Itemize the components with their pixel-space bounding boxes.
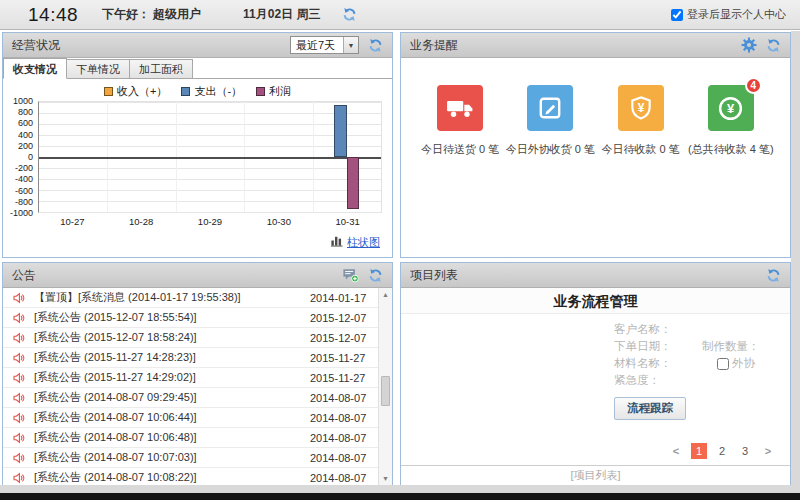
y-tick-label: -200 bbox=[15, 163, 33, 173]
date-range-value: 最近7天 bbox=[291, 38, 343, 53]
announcement-text: [系统公告 (2014-08-07 10:06:44)] bbox=[34, 410, 310, 425]
announcement-date: 2014-08-07 bbox=[310, 432, 374, 444]
scroll-up-icon[interactable]: ▲ bbox=[379, 291, 392, 298]
announcement-text: [系统公告 (2015-12-07 18:55:54)] bbox=[34, 310, 310, 325]
x-tick-label: 10-31 bbox=[335, 216, 359, 227]
speaker-icon bbox=[13, 352, 25, 364]
reminder-tile-3[interactable]: ¥今日待收款 0 笔 bbox=[596, 85, 686, 157]
announcement-row[interactable]: [系统公告 (2014-08-07 10:08:22)]2014-08-07 bbox=[3, 468, 378, 485]
pagination-page-2[interactable]: 2 bbox=[714, 443, 730, 459]
scrollbar[interactable]: ▲ ▼ bbox=[378, 288, 392, 485]
notification-badge: 4 bbox=[745, 77, 762, 94]
chart-zero-line bbox=[39, 157, 381, 159]
speaker-icon bbox=[13, 392, 25, 404]
bar-chart: 10008006004002000-200-400-600-800-1000 1… bbox=[7, 101, 384, 227]
personal-center-checkbox[interactable] bbox=[671, 9, 683, 21]
refresh-icon[interactable] bbox=[368, 38, 383, 53]
chart-gridline bbox=[39, 179, 381, 180]
current-user: 超级用户 bbox=[153, 6, 201, 23]
legend-label: 利润 bbox=[269, 84, 291, 99]
chart-type-link[interactable]: 柱状图 bbox=[347, 235, 380, 250]
y-tick-label: 0 bbox=[28, 152, 33, 162]
chart-gridline bbox=[39, 190, 381, 191]
x-tick-label: 10-30 bbox=[267, 216, 291, 227]
announcement-text: [系统公告 (2014-08-07 10:08:22)] bbox=[34, 470, 310, 485]
announcement-row[interactable]: [系统公告 (2015-12-07 18:58:24)]2015-12-07 bbox=[3, 328, 378, 348]
pagination-page-1[interactable]: 1 bbox=[691, 443, 707, 459]
yen-circle-icon: ¥4 bbox=[708, 85, 754, 131]
date-range-select[interactable]: 最近7天 ▼ bbox=[290, 36, 359, 54]
chart-legend: 收入（+）支出（-）利润 bbox=[3, 84, 392, 98]
add-message-icon[interactable] bbox=[342, 267, 359, 283]
svg-text:¥: ¥ bbox=[727, 101, 735, 116]
order-date-label: 下单日期： bbox=[614, 340, 672, 352]
chart-gridline bbox=[39, 113, 381, 114]
announcement-row[interactable]: [系统公告 (2014-08-07 10:07:03)]2014-08-07 bbox=[3, 448, 378, 468]
projects-panel: 项目列表 业务流程管理 客户名称： 下单日期： 制作数量： 材料名称： 外协 紧… bbox=[400, 262, 791, 486]
refresh-icon[interactable] bbox=[766, 268, 781, 283]
customer-name-label: 客户名称： bbox=[614, 323, 672, 335]
y-tick-label: -600 bbox=[15, 185, 33, 195]
quantity-label: 制作数量： bbox=[702, 338, 760, 355]
tab-3[interactable]: 加工面积 bbox=[129, 59, 193, 78]
speaker-icon bbox=[13, 472, 25, 484]
speaker-icon bbox=[13, 312, 25, 324]
x-tick-label: 10-27 bbox=[60, 216, 84, 227]
tab-2[interactable]: 下单情况 bbox=[66, 59, 130, 78]
chart-bar bbox=[347, 157, 359, 209]
y-tick-label: 600 bbox=[18, 118, 33, 128]
speaker-icon bbox=[13, 332, 25, 344]
announcement-row[interactable]: [系统公告 (2014-08-07 10:06:48)]2014-08-07 bbox=[3, 428, 378, 448]
y-tick-label: 1000 bbox=[13, 96, 33, 106]
date-label: 11月02日 周三 bbox=[243, 6, 320, 23]
announcement-row[interactable]: [系统公告 (2015-11-27 14:28:23)]2015-11-27 bbox=[3, 348, 378, 368]
chart-gridline bbox=[39, 212, 381, 213]
chart-gridline bbox=[39, 102, 381, 103]
business-status-header: 经营状况 最近7天 ▼ bbox=[3, 33, 392, 58]
scrollbar-thumb[interactable] bbox=[381, 376, 390, 406]
chart-bar bbox=[334, 105, 346, 157]
chevron-down-icon: ▼ bbox=[343, 37, 358, 53]
refresh-icon[interactable] bbox=[368, 268, 383, 283]
chart-xlabels: 10-2710-2810-2910-3010-31 bbox=[38, 214, 382, 227]
announcement-row[interactable]: 【置顶】[系统消息 (2014-01-17 19:55:38)]2014-01-… bbox=[3, 288, 378, 308]
outsource-checkbox[interactable] bbox=[717, 358, 729, 370]
reminder-tile-4[interactable]: ¥4(总共待收款 4 笔) bbox=[686, 85, 776, 157]
announcement-list: 【置顶】[系统消息 (2014-01-17 19:55:38)]2014-01-… bbox=[3, 288, 378, 485]
reminder-label: 今日待收款 0 笔 bbox=[602, 142, 680, 157]
panel-title: 业务提醒 bbox=[410, 37, 732, 54]
chart-gridline bbox=[39, 124, 381, 125]
reminder-label: 今日待送货 0 笔 bbox=[421, 142, 499, 157]
tab-1[interactable]: 收支情况 bbox=[3, 58, 67, 79]
announcement-date: 2015-11-27 bbox=[310, 352, 374, 364]
workflow-track-button[interactable]: 流程跟踪 bbox=[614, 397, 686, 420]
announcements-panel: 公告 【置顶】[系统消息 (2014-01-17 19:55:38)]2014-… bbox=[2, 262, 393, 486]
reminder-label: 今日外协收货 0 笔 bbox=[506, 142, 595, 157]
refresh-icon[interactable] bbox=[342, 7, 357, 22]
chart-gridline bbox=[39, 135, 381, 136]
panel-title: 项目列表 bbox=[410, 267, 757, 284]
pagination-next[interactable]: > bbox=[760, 443, 776, 459]
reminder-tile-1[interactable]: 今日待送货 0 笔 bbox=[415, 85, 505, 157]
personal-center-toggle[interactable]: 登录后显示个人中心 bbox=[671, 7, 786, 22]
speaker-icon bbox=[13, 292, 25, 304]
legend-swatch bbox=[104, 87, 113, 96]
reminder-tile-2[interactable]: 今日外协收货 0 笔 bbox=[505, 85, 595, 157]
scroll-down-icon[interactable]: ▼ bbox=[379, 475, 392, 482]
pagination-page-3[interactable]: 3 bbox=[737, 443, 753, 459]
refresh-icon[interactable] bbox=[766, 38, 781, 53]
announcement-text: [系统公告 (2015-11-27 14:29:02)] bbox=[34, 370, 310, 385]
announcement-row[interactable]: [系统公告 (2015-11-27 14:29:02)]2015-11-27 bbox=[3, 368, 378, 388]
gear-icon[interactable] bbox=[741, 37, 757, 53]
announcement-date: 2015-12-07 bbox=[310, 332, 374, 344]
edit-icon bbox=[527, 85, 573, 131]
reminder-tiles: 今日待送货 0 笔今日外协收货 0 笔¥今日待收款 0 笔¥4(总共待收款 4 … bbox=[401, 58, 790, 157]
announcement-row[interactable]: [系统公告 (2014-08-07 10:06:44)]2014-08-07 bbox=[3, 408, 378, 428]
outsource-checkbox-field[interactable]: 外协 bbox=[717, 355, 755, 372]
project-list-footer: [项目列表] bbox=[401, 465, 790, 485]
yen-shield-icon: ¥ bbox=[618, 85, 664, 131]
announcement-row[interactable]: [系统公告 (2015-12-07 18:55:54)]2015-12-07 bbox=[3, 308, 378, 328]
bottom-bar bbox=[0, 493, 800, 500]
pagination-prev[interactable]: < bbox=[668, 443, 684, 459]
announcement-row[interactable]: [系统公告 (2014-08-07 09:29:45)]2014-08-07 bbox=[3, 388, 378, 408]
